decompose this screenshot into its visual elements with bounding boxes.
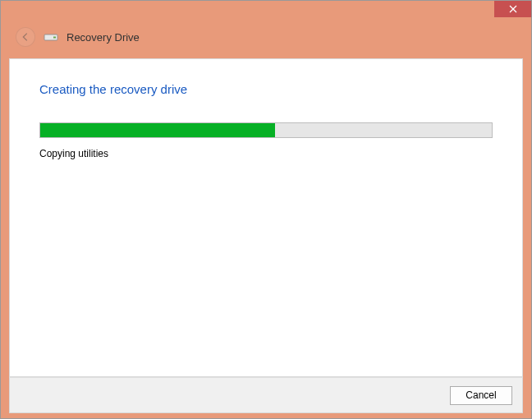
drive-icon <box>44 31 58 43</box>
close-button[interactable] <box>494 1 531 17</box>
content-area: Creating the recovery drive Copying util… <box>9 58 523 377</box>
titlebar <box>1 1 531 22</box>
back-button <box>16 27 35 47</box>
recovery-drive-window: Recovery Drive Creating the recovery dri… <box>0 0 532 419</box>
status-text: Copying utilities <box>39 148 493 159</box>
svg-rect-3 <box>53 37 56 39</box>
window-title: Recovery Drive <box>66 31 140 44</box>
back-arrow-icon <box>20 31 31 43</box>
progress-fill <box>40 123 275 137</box>
cancel-button[interactable]: Cancel <box>450 386 512 405</box>
wizard-header: Recovery Drive <box>1 22 531 58</box>
wizard-footer: Cancel <box>9 377 523 413</box>
close-icon <box>509 5 517 13</box>
progress-bar <box>39 122 493 138</box>
page-heading: Creating the recovery drive <box>39 82 493 96</box>
